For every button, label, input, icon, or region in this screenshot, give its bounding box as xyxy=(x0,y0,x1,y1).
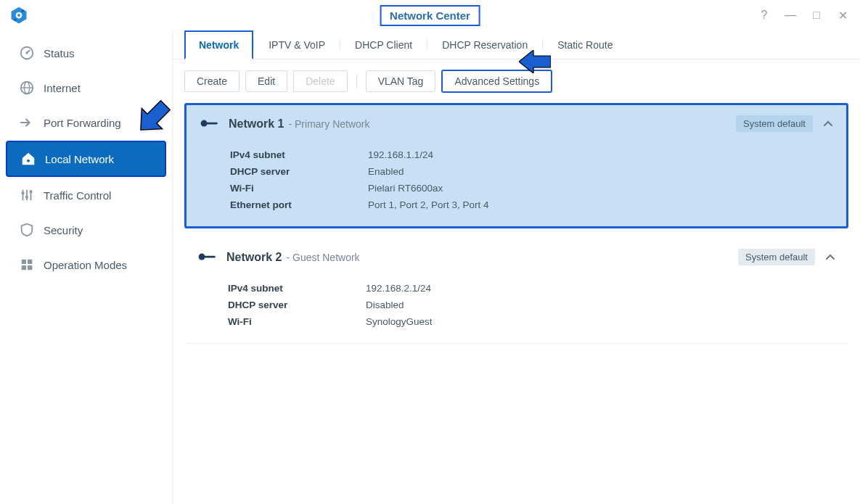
sidebar-item-label: Internet xyxy=(44,82,81,94)
sidebar-item-status[interactable]: Status xyxy=(6,36,166,70)
svg-rect-19 xyxy=(22,265,26,270)
svg-point-15 xyxy=(25,196,28,199)
svg-point-16 xyxy=(29,190,32,193)
close-icon[interactable]: ✕ xyxy=(834,7,851,24)
chevron-up-icon[interactable] xyxy=(823,117,833,131)
vlan-tag-button[interactable]: VLAN Tag xyxy=(366,70,436,92)
edit-button[interactable]: Edit xyxy=(245,70,287,92)
sidebar-item-port-forwarding[interactable]: Port Forwarding xyxy=(6,106,166,139)
tab-dhcp-reservation[interactable]: DHCP Reservation xyxy=(427,30,542,59)
sidebar-item-security[interactable]: Security xyxy=(6,213,166,247)
dhcp-server-value: Enabled xyxy=(368,166,404,177)
sidebar-item-label: Status xyxy=(44,47,75,59)
create-button[interactable]: Create xyxy=(184,70,239,92)
window-title: Network Center xyxy=(380,5,480,26)
svg-point-3 xyxy=(21,9,24,12)
forward-icon xyxy=(19,115,35,131)
home-icon xyxy=(20,151,36,167)
sidebar-item-operation-modes[interactable]: Operation Modes xyxy=(6,248,166,281)
chevron-up-icon[interactable] xyxy=(825,251,835,264)
dhcp-server-value: Disabled xyxy=(366,299,404,310)
sidebar-item-label: Port Forwarding xyxy=(44,117,121,129)
gauge-icon xyxy=(19,45,35,61)
ipv4-subnet-value: 192.168.2.1/24 xyxy=(366,283,431,294)
svg-point-2 xyxy=(17,14,20,17)
network-icon xyxy=(200,119,218,129)
toolbar: Create Edit Delete VLAN Tag Advanced Set… xyxy=(173,59,860,103)
sliders-icon xyxy=(19,187,35,203)
sidebar-item-internet[interactable]: Internet xyxy=(6,71,166,104)
advanced-settings-button[interactable]: Advanced Settings xyxy=(441,70,552,93)
network-card-1: Network 1 - Primary Network System defau… xyxy=(184,103,848,228)
help-icon[interactable]: ? xyxy=(755,7,773,24)
network-details: IPv4 subnet192.168.1.1/24 DHCP serverEna… xyxy=(187,142,846,226)
tabs: Network IPTV & VoIP DHCP Client DHCP Res… xyxy=(173,30,860,59)
tab-iptv-voip[interactable]: IPTV & VoIP xyxy=(254,30,340,59)
toolbar-divider xyxy=(356,75,357,88)
ipv4-subnet-value: 192.168.1.1/24 xyxy=(368,149,433,160)
network-subtitle: - Primary Network xyxy=(288,118,369,130)
ethernet-port-value: Port 1, Port 2, Port 3, Port 4 xyxy=(368,199,489,210)
svg-point-14 xyxy=(21,191,24,194)
network-subtitle: - Guest Network xyxy=(286,252,359,263)
network-card-2: Network 2 - Guest Network System default… xyxy=(184,239,848,344)
sidebar-item-label: Operation Modes xyxy=(44,259,127,271)
svg-rect-20 xyxy=(28,265,32,270)
network-icon xyxy=(197,252,216,263)
app-icon xyxy=(9,5,29,25)
tab-network[interactable]: Network xyxy=(184,30,253,59)
shield-icon xyxy=(19,222,35,238)
svg-rect-18 xyxy=(28,260,32,264)
ipv4-subnet-label: IPv4 subnet xyxy=(228,283,366,294)
network-header[interactable]: Network 1 - Primary Network System defau… xyxy=(187,105,846,142)
sidebar-item-label: Local Network xyxy=(45,153,114,165)
minimize-icon[interactable]: — xyxy=(782,7,799,24)
sidebar-item-local-network[interactable]: Local Network xyxy=(6,141,166,177)
svg-point-4 xyxy=(14,18,17,21)
title-bar: Network Center ? — □ ✕ xyxy=(0,0,860,30)
sidebar-item-traffic-control[interactable]: Traffic Control xyxy=(6,178,166,212)
ipv4-subnet-label: IPv4 subnet xyxy=(230,149,368,160)
network-name: Network 1 xyxy=(229,117,284,131)
network-details: IPv4 subnet192.168.2.1/24 DHCP serverDis… xyxy=(184,276,848,343)
maximize-icon[interactable]: □ xyxy=(808,7,825,24)
svg-rect-17 xyxy=(22,260,26,264)
wifi-label: Wi-Fi xyxy=(230,183,368,194)
wifi-value: Pielari RT6600ax xyxy=(368,183,443,194)
system-default-badge: System default xyxy=(736,115,813,132)
svg-point-10 xyxy=(27,160,30,162)
network-header[interactable]: Network 2 - Guest Network System default xyxy=(184,239,848,276)
network-name: Network 2 xyxy=(226,251,282,264)
sidebar-item-label: Traffic Control xyxy=(44,189,111,202)
wifi-value: SynologyGuest xyxy=(366,316,433,327)
ethernet-port-label: Ethernet port xyxy=(230,199,368,210)
system-default-badge: System default xyxy=(738,249,815,265)
dhcp-server-label: DHCP server xyxy=(230,166,368,177)
wifi-label: Wi-Fi xyxy=(228,316,366,327)
delete-button: Delete xyxy=(293,70,347,92)
tab-dhcp-client[interactable]: DHCP Client xyxy=(340,30,427,59)
sidebar: Status Internet Port Forwarding Local Ne… xyxy=(0,30,173,504)
sidebar-item-label: Security xyxy=(44,224,83,236)
tab-static-route[interactable]: Static Route xyxy=(543,30,627,59)
svg-point-6 xyxy=(25,51,28,54)
globe-icon xyxy=(19,80,35,96)
modes-icon xyxy=(19,257,35,273)
dhcp-server-label: DHCP server xyxy=(228,299,366,310)
